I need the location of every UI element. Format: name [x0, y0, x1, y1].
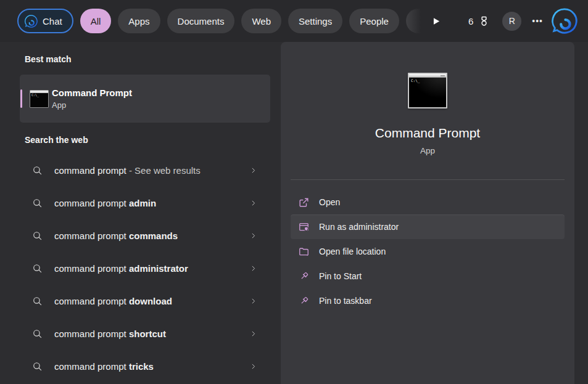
cmd-window-titlebar: [409, 74, 446, 78]
web-suggestion-row[interactable]: command prompt download: [20, 287, 270, 315]
web-suggestion-text: command prompt admin: [54, 198, 156, 208]
web-suggestion-row[interactable]: command prompt admin: [20, 189, 270, 217]
search-web-header: Search the web: [25, 135, 281, 145]
run-admin-icon: [298, 221, 310, 233]
bing-button[interactable]: [550, 7, 579, 35]
filter-tab[interactable]: All: [80, 9, 112, 33]
chevron-right-icon[interactable]: [250, 296, 257, 306]
chevron-right-icon[interactable]: [250, 198, 257, 208]
filter-tab[interactable]: Web: [241, 9, 281, 33]
app-actions-list: Open Run as administrator Open file loca…: [291, 190, 565, 313]
best-match-result[interactable]: C:\_ Command Prompt App: [20, 75, 270, 123]
selection-accent-bar: [20, 89, 22, 108]
filter-tab[interactable]: Settings: [288, 9, 342, 33]
play-button[interactable]: [431, 16, 441, 27]
chevron-right-icon[interactable]: [250, 362, 257, 371]
open-icon: [298, 197, 310, 208]
filter-tabs: All Apps Documents Web Settings: [80, 9, 406, 33]
filter-tab[interactable]: Apps: [118, 9, 160, 33]
filter-tab-label: Documents: [178, 16, 225, 27]
action-label: Open: [319, 197, 340, 207]
rewards-count: 6: [468, 16, 473, 27]
action-item[interactable]: Run as administrator: [291, 214, 565, 239]
best-match-type: App: [52, 100, 132, 110]
chat-tab[interactable]: Chat: [17, 9, 73, 33]
chevron-right-icon[interactable]: [250, 329, 257, 338]
command-prompt-icon-large: C:\_: [408, 73, 447, 108]
web-suggestion-text: command prompt tricks: [54, 361, 154, 372]
chevron-right-icon[interactable]: [250, 231, 257, 240]
avatar-initial: R: [509, 16, 515, 26]
action-item[interactable]: Open file location: [291, 239, 565, 264]
search-icon: [32, 165, 43, 176]
action-label: Pin to Start: [319, 271, 362, 281]
action-item[interactable]: Pin to Start: [291, 264, 565, 288]
cmd-window-body: C:\_: [409, 78, 446, 108]
filter-tab-label: People: [360, 16, 389, 27]
action-item[interactable]: Open: [291, 190, 565, 214]
search-icon: [32, 361, 43, 372]
pin-icon: [298, 295, 310, 307]
search-icon: [32, 198, 43, 208]
filter-tab-label: Web: [252, 16, 271, 27]
windows-search-flyout: Chat All Apps Documents Web: [0, 0, 588, 384]
filter-tab-label: All: [91, 16, 101, 27]
filter-overflow-pill[interactable]: [406, 9, 421, 33]
search-results-area: Best match C:\_ Command Prompt App Searc…: [0, 42, 588, 384]
app-type: App: [420, 146, 435, 155]
web-suggestion-row[interactable]: command prompt tricks: [20, 353, 270, 380]
more-options-icon[interactable]: •••: [529, 14, 545, 28]
web-suggestion-text: command prompt download: [54, 296, 172, 306]
chevron-right-icon[interactable]: [250, 264, 257, 273]
web-suggestion-text: command prompt commands: [54, 231, 178, 241]
filter-tab-label: Settings: [299, 16, 332, 27]
command-prompt-icon: C:\_: [30, 90, 49, 108]
action-label: Run as administrator: [319, 222, 399, 232]
avatar[interactable]: R: [502, 12, 521, 31]
bing-chat-icon: [24, 14, 38, 28]
search-filter-bar: Chat All Apps Documents Web: [0, 0, 588, 42]
web-suggestion-text: command prompt - See web results: [54, 165, 201, 176]
divider: [291, 179, 565, 180]
search-icon: [32, 296, 43, 306]
search-icon: [32, 329, 43, 339]
filter-tab-label: Apps: [128, 16, 149, 27]
search-icon: [32, 231, 43, 241]
bing-logo-icon: [550, 7, 579, 35]
web-suggestions-list: command prompt - See web results command…: [20, 157, 281, 380]
folder-icon: [298, 246, 310, 258]
action-item[interactable]: Pin to taskbar: [291, 288, 565, 313]
pin-icon: [298, 271, 310, 282]
action-label: Pin to taskbar: [319, 296, 372, 306]
filter-tab[interactable]: People: [349, 9, 399, 33]
web-suggestion-row[interactable]: command prompt - See web results: [20, 157, 270, 184]
play-icon: [431, 16, 441, 27]
chevron-right-icon[interactable]: [250, 166, 257, 175]
web-suggestion-row[interactable]: command prompt administrator: [20, 255, 270, 282]
rewards-medal-icon: [478, 15, 491, 28]
best-match-title: Command Prompt: [52, 88, 132, 98]
app-title: Command Prompt: [375, 126, 480, 141]
cmd-window-body: C:\_: [30, 93, 48, 97]
best-match-text: Command Prompt App: [52, 88, 132, 110]
web-suggestion-text: command prompt administrator: [54, 263, 188, 274]
chat-tab-label: Chat: [43, 16, 62, 27]
web-suggestion-text: command prompt shortcut: [54, 329, 166, 339]
rewards-badge[interactable]: 6: [468, 15, 491, 28]
search-icon: [32, 263, 43, 274]
web-suggestion-row[interactable]: command prompt shortcut: [20, 320, 270, 348]
preview-panel: C:\_ Command Prompt App Open Run as admi…: [281, 42, 574, 384]
web-suggestion-row[interactable]: command prompt commands: [20, 222, 270, 250]
best-match-header: Best match: [25, 54, 281, 64]
filter-tab[interactable]: Documents: [167, 9, 235, 33]
results-panel: Best match C:\_ Command Prompt App Searc…: [0, 42, 281, 384]
action-label: Open file location: [319, 247, 386, 256]
